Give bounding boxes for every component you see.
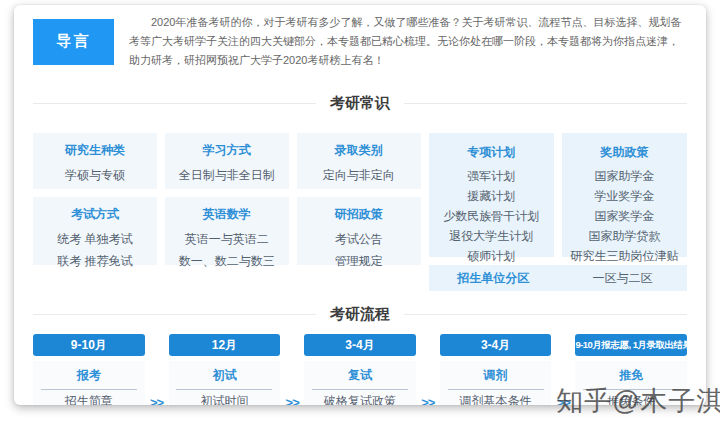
knowledge-card-item[interactable]: 统考 单独考试 bbox=[33, 228, 157, 250]
page: 导言 2020年准备考研的你，对于考研有多少了解，又做了哪些准备？关于考研常识、… bbox=[0, 0, 720, 424]
knowledge-card-title[interactable]: 研招政策 bbox=[297, 206, 421, 223]
knowledge-card: 专项计划强军计划援藏计划少数民族骨干计划退役大学生计划硕师计划 bbox=[429, 133, 554, 257]
flow-stage-title[interactable]: 初试 bbox=[176, 361, 272, 390]
flow-month-header[interactable]: 12月 bbox=[169, 334, 281, 356]
knowledge-card-item[interactable]: 国家助学贷款 bbox=[562, 226, 687, 246]
knowledge-card-title[interactable]: 专项计划 bbox=[429, 144, 554, 161]
knowledge-card-item[interactable]: 数一、数二与数三 bbox=[165, 250, 289, 272]
flow-stage-title[interactable]: 推免 bbox=[583, 361, 679, 390]
flow-item-link[interactable]: 初试时间 bbox=[169, 390, 281, 405]
knowledge-card: 奖助政策国家助学金学业奖学金国家奖学金国家助学贷款研究生三助岗位津贴 bbox=[562, 133, 687, 257]
knowledge-card-item[interactable]: 全日制与非全日制 bbox=[165, 164, 289, 186]
flow-item-link[interactable]: 调剂基本条件 bbox=[440, 390, 552, 405]
knowledge-card-title[interactable]: 英语数学 bbox=[165, 206, 289, 223]
flow-month-header[interactable]: 9-10月 bbox=[33, 334, 145, 356]
knowledge-card-item[interactable]: 定向与非定向 bbox=[297, 164, 421, 186]
section-title-knowledge: 考研常识 bbox=[33, 94, 687, 113]
flow-column-body: 初试初试时间初试科目 bbox=[169, 361, 281, 405]
flow-stage-title[interactable]: 复试 bbox=[312, 361, 408, 390]
flow-month-header[interactable]: 3-4月 bbox=[440, 334, 552, 356]
flow-column: 9-10月报考招生简章报考条件 bbox=[33, 334, 145, 405]
flow-column: 9-10月报志愿, 1月录取出结果推免推免条件申请流程 bbox=[575, 334, 687, 405]
admission-zone-value[interactable]: 一区与二区 bbox=[558, 270, 687, 287]
knowledge-card-item[interactable]: 研究生三助岗位津贴 bbox=[562, 246, 687, 266]
knowledge-right-cards: 专项计划强军计划援藏计划少数民族骨干计划退役大学生计划硕师计划奖助政策国家助学金… bbox=[429, 133, 687, 291]
flow-column: 3-4月调剂调剂基本条件调剂常见问题 bbox=[440, 334, 552, 405]
admission-zone-card: 招生单位分区 一区与二区 bbox=[429, 265, 687, 291]
knowledge-card-title[interactable]: 录取类别 bbox=[297, 142, 421, 159]
flow-column: 3-4月复试破格复试政策加分及照顾政策 bbox=[304, 334, 416, 405]
knowledge-card-item[interactable]: 少数民族骨干计划 bbox=[429, 206, 554, 226]
knowledge-card-item[interactable]: 国家助学金 bbox=[562, 166, 687, 186]
knowledge-card-item[interactable]: 强军计划 bbox=[429, 166, 554, 186]
knowledge-card: 学习方式全日制与非全日制 bbox=[165, 133, 289, 189]
knowledge-card-title[interactable]: 学习方式 bbox=[165, 142, 289, 159]
intro-section: 导言 2020年准备考研的你，对于考研有多少了解，又做了哪些准备？关于考研常识、… bbox=[33, 13, 687, 70]
flow-month-header[interactable]: 9-10月报志愿, 1月录取出结果 bbox=[575, 334, 687, 356]
flow-column-body: 报考招生简章报考条件 bbox=[33, 361, 145, 405]
flow-column-body: 调剂调剂基本条件调剂常见问题 bbox=[440, 361, 552, 405]
flow-month-header[interactable]: 3-4月 bbox=[304, 334, 416, 356]
knowledge-card-title[interactable]: 研究生种类 bbox=[33, 142, 157, 159]
knowledge-card: 录取类别定向与非定向 bbox=[297, 133, 421, 189]
flow-separator-icon: >> bbox=[416, 334, 440, 405]
flow-item-link[interactable]: 推免条件 bbox=[575, 390, 687, 405]
admission-zone-title[interactable]: 招生单位分区 bbox=[429, 270, 558, 287]
flow-stage-title[interactable]: 报考 bbox=[41, 361, 137, 390]
knowledge-card-item[interactable]: 硕师计划 bbox=[429, 246, 554, 266]
knowledge-card-item[interactable]: 退役大学生计划 bbox=[429, 226, 554, 246]
intro-text: 2020年准备考研的你，对于考研有多少了解，又做了哪些准备？关于考研常识、流程节… bbox=[129, 13, 687, 70]
knowledge-card-item[interactable]: 英语一与英语二 bbox=[165, 228, 289, 250]
section-title-knowledge-label: 考研常识 bbox=[330, 94, 390, 113]
section-title-flow-label: 考研流程 bbox=[330, 305, 390, 324]
knowledge-card: 研究生种类学硕与专硕 bbox=[33, 133, 157, 189]
knowledge-card-item[interactable]: 国家奖学金 bbox=[562, 206, 687, 226]
flow-column-body: 复试破格复试政策加分及照顾政策 bbox=[304, 361, 416, 405]
flow-item-link[interactable]: 招生简章 bbox=[33, 390, 145, 405]
flow-stage-title[interactable]: 调剂 bbox=[448, 361, 544, 390]
section-title-flow: 考研流程 bbox=[33, 305, 687, 324]
knowledge-card: 研招政策考试公告管理规定 bbox=[297, 197, 421, 265]
knowledge-card-title[interactable]: 考试方式 bbox=[33, 206, 157, 223]
knowledge-card-item[interactable]: 联考 推荐免试 bbox=[33, 250, 157, 272]
flow-column: 12月初试初试时间初试科目 bbox=[169, 334, 281, 405]
knowledge-card: 考试方式统考 单独考试联考 推荐免试 bbox=[33, 197, 157, 265]
flow-separator-icon: >> bbox=[280, 334, 304, 405]
flow-item-link[interactable]: 破格复试政策 bbox=[304, 390, 416, 405]
knowledge-card-item[interactable]: 考试公告 bbox=[297, 228, 421, 250]
flow-separator-icon: >> bbox=[551, 334, 575, 405]
knowledge-grid: 研究生种类学硕与专硕学习方式全日制与非全日制录取类别定向与非定向考试方式统考 单… bbox=[33, 133, 687, 291]
flow-separator-icon: >> bbox=[145, 334, 169, 405]
knowledge-card-item[interactable]: 学硕与专硕 bbox=[33, 164, 157, 186]
knowledge-card-item[interactable]: 学业奖学金 bbox=[562, 186, 687, 206]
intro-badge: 导言 bbox=[33, 19, 114, 65]
knowledge-card-item[interactable]: 援藏计划 bbox=[429, 186, 554, 206]
knowledge-card: 英语数学英语一与英语二数一、数二与数三 bbox=[165, 197, 289, 265]
knowledge-left-cards: 研究生种类学硕与专硕学习方式全日制与非全日制录取类别定向与非定向考试方式统考 单… bbox=[33, 133, 421, 291]
knowledge-card-item[interactable]: 管理规定 bbox=[297, 250, 421, 272]
knowledge-card-title[interactable]: 奖助政策 bbox=[562, 144, 687, 161]
content-panel: 导言 2020年准备考研的你，对于考研有多少了解，又做了哪些准备？关于考研常识、… bbox=[14, 5, 706, 405]
flow-column-body: 推免推免条件申请流程 bbox=[575, 361, 687, 405]
flow-timeline: 9-10月报考招生简章报考条件>>12月初试初试时间初试科目>>3-4月复试破格… bbox=[33, 334, 687, 405]
